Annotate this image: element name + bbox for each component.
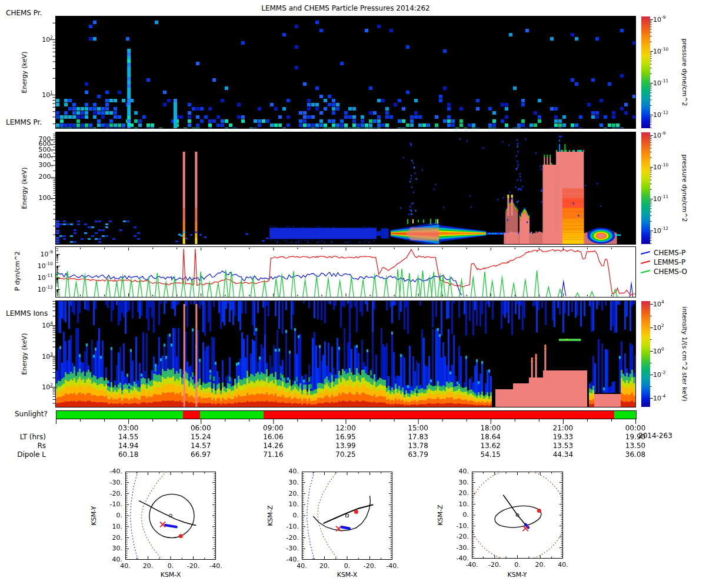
yaxis-title-pressure: P dyn/cm^2 [14, 251, 21, 290]
orbit-c-yaxis-title: KSM-Z [437, 505, 444, 525]
orbit-plot-ksmy-ksmz [472, 472, 563, 559]
orbit-y-tick: -10. [110, 501, 122, 508]
ephemeris-value: 19.90 [625, 433, 645, 441]
pressure-tick: 10-9 [41, 250, 53, 258]
lemms-energy-tick: 200. [39, 173, 54, 181]
orbit-x-tick: -20. [488, 562, 501, 569]
orbit-y-tick: 40. [459, 468, 469, 475]
orbit-y-tick: 30. [289, 479, 299, 486]
time-tick-label: 06:00 [191, 425, 211, 432]
ephemeris-value: 18.64 [481, 433, 501, 441]
sunlight-label: Sunlight? [15, 410, 48, 418]
orbit-x-tick: -40. [465, 562, 478, 569]
orbit-x-tick: 40. [297, 563, 307, 570]
orbit-y-tick: -10. [287, 523, 299, 530]
ephemeris-value: 70.25 [335, 451, 355, 459]
ephemeris-value: 14.57 [191, 442, 211, 450]
ephemeris-value: 13.62 [481, 442, 501, 450]
colorbar-title-pressure-top: pressure dyne/cm^2 [681, 39, 688, 106]
ephemeris-value: 14.26 [263, 442, 283, 450]
row-label-dipole-l: Dipole L [17, 451, 46, 459]
orbit-x-tick: 0. [344, 563, 351, 570]
colorbar-title-pressure-mid: pressure dyne/cm^2 [681, 155, 688, 222]
orbit-y-tick: -20. [287, 534, 299, 541]
pressure-colorbar-tick: 10-10 [653, 47, 668, 55]
ephemeris-value: 14.55 [118, 433, 138, 441]
intensity-colorbar-tick: 102 [653, 323, 664, 332]
orbit-y-tick: -30. [287, 545, 299, 552]
orbit-x-tick: 40. [120, 563, 131, 570]
pressure-colorbar-tick: 10-11 [653, 195, 668, 203]
intensity-colorbar-tick: 10-4 [653, 394, 665, 402]
legend-label-chems-p: CHEMS-P [654, 249, 686, 257]
pressure-colorbar-tick: 10-9 [653, 131, 665, 139]
lemms-energy-tick: 100. [39, 195, 54, 202]
orbit-b-yaxis-title: KSM-Z [267, 505, 274, 526]
particle-pressure-line-plot [56, 247, 635, 297]
chems-energy-tick: 102 [42, 35, 53, 44]
lemms-pressure-spectrogram [56, 132, 635, 244]
orbit-x-tick: -20. [187, 563, 199, 570]
yaxis-title-ions-energy: Energy (keV) [21, 333, 28, 375]
orbit-a-xaxis-title: KSM-X [161, 572, 181, 579]
orbit-y-tick: 0. [293, 512, 299, 519]
orbit-x-tick: -40. [209, 563, 222, 570]
ephemeris-value: 15.24 [191, 433, 211, 441]
time-tick-label: 18:00 [480, 425, 501, 432]
colorbar-title-intensity: intensity 1/(s cm^2 ster keV) [681, 306, 688, 401]
ephemeris-value: 71.16 [263, 451, 283, 459]
time-tick-label: 15:00 [408, 425, 428, 432]
lemms-ion-intensity-spectrogram [56, 301, 635, 407]
ephemeris-value: 36.08 [625, 451, 645, 459]
orbit-y-tick: 40. [289, 468, 299, 475]
ephemeris-value: 16.06 [263, 433, 283, 441]
intensity-colorbar [641, 301, 650, 407]
row-label-rs: Rs [37, 442, 46, 450]
pressure-tick: 10-11 [38, 273, 53, 282]
ephemeris-value: 54.15 [481, 451, 501, 459]
orbit-x-tick: 40. [558, 562, 568, 569]
orbit-y-tick: -10. [457, 522, 469, 529]
orbit-y-tick: 30. [459, 479, 469, 486]
ephemeris-value: 13.53 [553, 442, 573, 450]
ephemeris-value: 19.33 [553, 433, 573, 441]
ephemeris-value: 13.99 [335, 442, 355, 450]
intensity-colorbar-tick: 104 [653, 300, 664, 308]
ion-energy-tick: 103 [42, 352, 53, 360]
yaxis-title-chems-energy: Energy (keV) [21, 52, 28, 93]
orbit-x-tick: -40. [386, 563, 398, 570]
ephemeris-value: 44.34 [553, 451, 573, 459]
pressure-colorbar-tick: 10-10 [653, 163, 668, 171]
chems-energy-tick: 101 [42, 91, 53, 99]
sunlight-segment-shadow [264, 411, 614, 419]
pressure-colorbar-tick: 10-12 [653, 226, 668, 235]
orbit-x-tick: -20. [364, 563, 376, 570]
orbit-y-tick: 40. [112, 556, 123, 563]
panel-label-chems-pr: CHEMS Pr. [6, 9, 42, 17]
ephemeris-value: 63.79 [408, 451, 428, 459]
sunlight-segment-day [56, 411, 183, 419]
lemms-chems-pressure-page: LEMMS and CHEMS Particle Pressures 2014:… [0, 0, 706, 588]
chems-pressure-spectrogram [56, 16, 635, 128]
sunlight-segment-shadow [183, 411, 201, 419]
orbit-y-tick: 0. [116, 512, 123, 519]
page-title: LEMMS and CHEMS Particle Pressures 2014:… [56, 5, 635, 12]
time-tick-label: 09:00 [263, 425, 284, 432]
orbit-y-tick: -40. [457, 555, 469, 562]
lemms-energy-tick: 400. [39, 153, 54, 160]
ion-energy-tick: 102 [42, 383, 53, 391]
orbit-a-yaxis-title: KSM-Y [91, 506, 98, 525]
ephemeris-value: 14.94 [118, 442, 138, 450]
pressure-colorbar-tick: 10-12 [653, 111, 668, 119]
ephemeris-value: 17.83 [408, 433, 428, 441]
orbit-y-tick: 20. [459, 490, 469, 497]
intensity-colorbar-tick: 10-2 [653, 370, 665, 379]
orbit-x-tick: 20. [535, 562, 546, 569]
orbit-plot-ksmx-ksmy [125, 472, 216, 560]
time-tick-label: 03:00 [118, 425, 139, 432]
orbit-x-tick: 0. [514, 562, 521, 569]
orbit-plot-ksmx-ksmz [302, 472, 392, 560]
sunlight-status-bar [56, 410, 637, 419]
lemms-energy-tick: 300. [39, 162, 54, 169]
orbit-y-tick: 10. [289, 501, 299, 508]
